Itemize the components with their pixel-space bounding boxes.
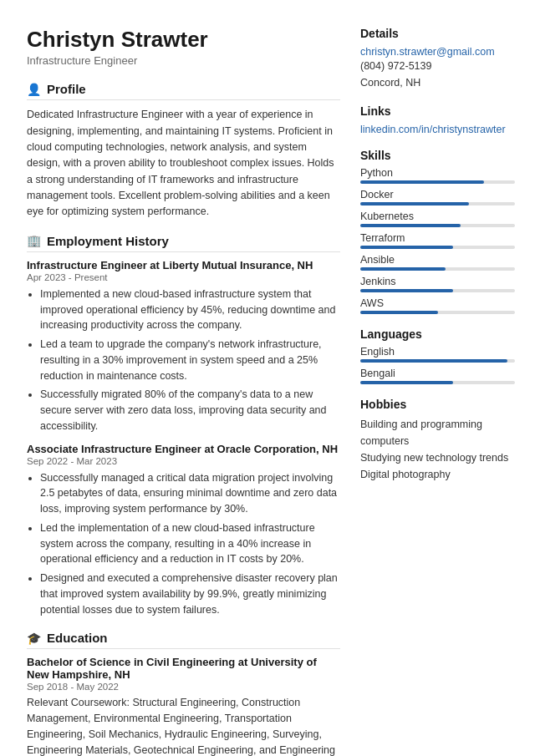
language-name: Bengali (360, 368, 515, 379)
hobbies-section: Hobbies Building and programming compute… (360, 398, 515, 483)
right-column: Details christyn.strawter@gmail.com (804… (360, 27, 515, 756)
skill-item: Terraform (360, 232, 515, 249)
skill-bar-fill (360, 224, 461, 227)
job-bullet: Implemented a new cloud-based infrastruc… (40, 287, 340, 333)
jobs-container: Infrastructure Engineer at Liberty Mutua… (27, 259, 340, 618)
skill-bar-bg (360, 289, 515, 292)
education-container: Bachelor of Science in Civil Engineering… (27, 656, 340, 756)
skills-title: Skills (360, 149, 515, 162)
language-item: Bengali (360, 368, 515, 384)
employment-icon: 🏢 (27, 234, 41, 247)
skill-item: Python (360, 167, 515, 184)
job-item: Associate Infrastructure Engineer at Ora… (27, 443, 340, 618)
employment-section-title: 🏢 Employment History (27, 234, 340, 252)
resume-header: Christyn Strawter Infrastructure Enginee… (27, 27, 340, 67)
job-bullet: Designed and executed a comprehensive di… (40, 571, 340, 617)
education-section: 🎓 Education Bachelor of Science in Civil… (27, 631, 340, 756)
skill-bar-fill (360, 289, 453, 292)
language-name: English (360, 346, 515, 358)
education-icon: 🎓 (27, 632, 41, 645)
job-bullet: Led the implementation of a new cloud-ba… (40, 520, 340, 567)
hobby-item: Digital photography (360, 466, 515, 483)
links-section: Links linkedin.com/in/christynstrawter (360, 104, 515, 135)
left-column: Christyn Strawter Infrastructure Enginee… (27, 27, 340, 756)
skill-bar-bg (360, 267, 515, 271)
language-item: English (360, 346, 515, 363)
languages-container: EnglishBengali (360, 346, 515, 384)
hobby-item: Building and programming computers (360, 416, 515, 449)
skill-bar-fill (360, 267, 446, 271)
skill-name: Ansible (360, 254, 515, 266)
job-title: Associate Infrastructure Engineer at Ora… (27, 443, 340, 455)
linkedin-link[interactable]: linkedin.com/in/christynstrawter (360, 124, 506, 135)
skill-bar-bg (360, 246, 515, 249)
skill-name: Kubernetes (360, 211, 515, 222)
language-bar-bg (360, 381, 515, 384)
skill-name: AWS (360, 297, 515, 309)
profile-section: 👤 Profile Dedicated Infrastructure Engin… (27, 82, 340, 221)
job-bullets: Implemented a new cloud-based infrastruc… (27, 287, 340, 434)
skill-bar-bg (360, 224, 515, 227)
skill-bar-fill (360, 311, 438, 314)
skill-bar-bg (360, 202, 515, 205)
language-bar-fill (360, 381, 453, 384)
skill-bar-bg (360, 180, 515, 184)
profile-text: Dedicated Infrastructure Engineer with a… (27, 107, 340, 221)
skill-name: Python (360, 167, 515, 179)
job-date: Apr 2023 - Present (27, 272, 340, 282)
language-bar-bg (360, 359, 515, 363)
links-title: Links (360, 104, 515, 118)
candidate-name: Christyn Strawter (27, 27, 340, 53)
job-title: Infrastructure Engineer at Liberty Mutua… (27, 259, 340, 271)
edu-title: Bachelor of Science in Civil Engineering… (27, 656, 340, 681)
skill-name: Docker (360, 189, 515, 200)
job-bullet: Led a team to upgrade the company's netw… (40, 337, 340, 383)
hobbies-title: Hobbies (360, 398, 515, 411)
skill-item: Kubernetes (360, 211, 515, 227)
skills-container: PythonDockerKubernetesTerraformAnsibleJe… (360, 167, 515, 314)
location-line: Concord, NH (360, 74, 515, 91)
candidate-title: Infrastructure Engineer (27, 54, 340, 67)
phone-line: (804) 972-5139 (360, 58, 515, 74)
details-title: Details (360, 27, 515, 40)
employment-section: 🏢 Employment History Infrastructure Engi… (27, 234, 340, 618)
resume-container: Christyn Strawter Infrastructure Enginee… (0, 0, 535, 756)
language-bar-fill (360, 359, 507, 363)
skill-bar-fill (360, 246, 453, 249)
profile-section-title: 👤 Profile (27, 82, 340, 100)
job-date: Sep 2022 - Mar 2023 (27, 456, 340, 466)
languages-section: Languages EnglishBengali (360, 327, 515, 384)
email-link[interactable]: christyn.strawter@gmail.com (360, 46, 495, 58)
education-section-title: 🎓 Education (27, 631, 340, 649)
skill-name: Jenkins (360, 276, 515, 287)
skill-bar-bg (360, 311, 515, 314)
job-bullet: Successfully migrated 80% of the company… (40, 387, 340, 434)
job-bullet: Successfully managed a critical data mig… (40, 470, 340, 517)
skills-section: Skills PythonDockerKubernetesTerraformAn… (360, 149, 515, 314)
skill-item: AWS (360, 297, 515, 314)
skill-bar-fill (360, 180, 484, 184)
skill-name: Terraform (360, 232, 515, 244)
skill-item: Docker (360, 189, 515, 205)
profile-icon: 👤 (27, 83, 41, 96)
skill-bar-fill (360, 202, 469, 205)
edu-text: Relevant Coursework: Structural Engineer… (27, 695, 340, 756)
skill-item: Jenkins (360, 276, 515, 292)
details-section: Details christyn.strawter@gmail.com (804… (360, 27, 515, 91)
hobbies-container: Building and programming computersStudyi… (360, 416, 515, 483)
job-bullets: Successfully managed a critical data mig… (27, 470, 340, 618)
edu-date: Sep 2018 - May 2022 (27, 682, 340, 692)
hobby-item: Studying new technology trends (360, 449, 515, 466)
skill-item: Ansible (360, 254, 515, 271)
education-item: Bachelor of Science in Civil Engineering… (27, 656, 340, 756)
languages-title: Languages (360, 327, 515, 341)
job-item: Infrastructure Engineer at Liberty Mutua… (27, 259, 340, 434)
